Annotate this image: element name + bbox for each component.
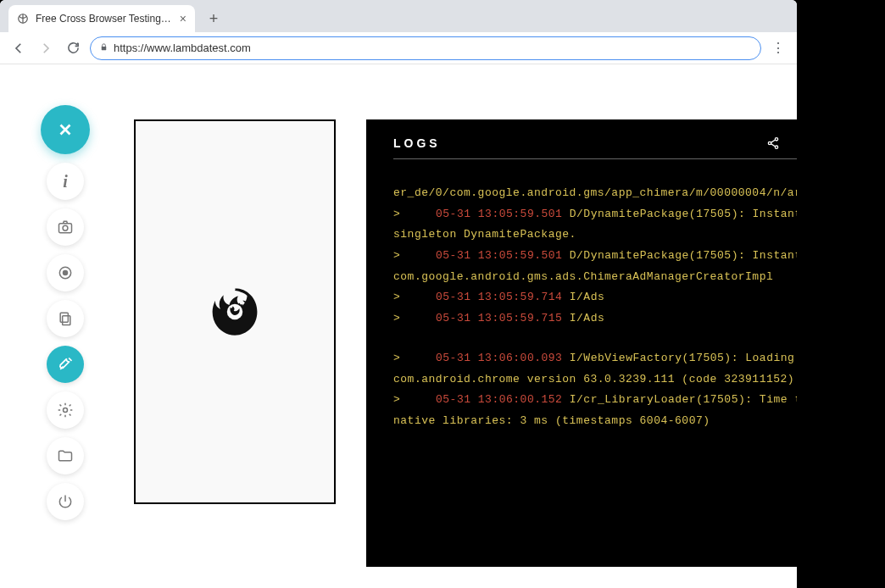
tab-title: Free Cross Browser Testing Clou bbox=[36, 13, 173, 25]
log-body: er_de/0/com.google.android.gms/app_chime… bbox=[393, 183, 797, 432]
svg-rect-6 bbox=[63, 316, 70, 325]
tab-strip: Free Cross Browser Testing Clou × + bbox=[0, 0, 797, 32]
log-line: >05-31 13:05:59.714 I/Ads bbox=[393, 287, 797, 308]
address-bar[interactable]: https://www.lambdatest.com bbox=[90, 36, 761, 60]
svg-rect-2 bbox=[59, 224, 72, 233]
split-icon[interactable] bbox=[795, 136, 797, 150]
log-line: >05-31 13:06:00.093 I/WebViewFactory(175… bbox=[393, 348, 797, 390]
lambdatest-favicon bbox=[17, 13, 29, 25]
logs-panel: LOGS er_de/0/com.google.andro bbox=[366, 119, 797, 567]
browser-tab[interactable]: Free Cross Browser Testing Clou × bbox=[8, 5, 195, 32]
browser-window: Free Cross Browser Testing Clou × + http… bbox=[0, 0, 797, 588]
logs-actions bbox=[766, 136, 797, 150]
svg-point-8 bbox=[64, 408, 68, 413]
lock-icon bbox=[99, 42, 109, 53]
device-frame bbox=[134, 119, 336, 504]
close-tab-icon[interactable]: × bbox=[180, 12, 186, 25]
log-line: >05-31 13:05:59.715 I/Ads bbox=[393, 308, 797, 330]
svg-point-3 bbox=[63, 225, 68, 230]
settings-button[interactable] bbox=[47, 391, 84, 429]
power-button[interactable] bbox=[47, 483, 84, 520]
share-icon[interactable] bbox=[766, 136, 780, 150]
logs-header: LOGS bbox=[393, 136, 797, 159]
new-tab-button[interactable]: + bbox=[202, 7, 225, 31]
reload-button[interactable] bbox=[63, 38, 83, 58]
forward-button[interactable] bbox=[36, 38, 56, 58]
page-viewport: i bbox=[0, 64, 797, 588]
back-button[interactable] bbox=[8, 38, 29, 58]
log-line: er_de/0/com.google.android.gms/app_chime… bbox=[393, 183, 797, 204]
svg-rect-1 bbox=[102, 47, 107, 50]
url-text: https://www.lambdatest.com bbox=[114, 42, 251, 54]
log-line: >05-31 13:05:59.501 D/DynamitePackage(17… bbox=[393, 204, 797, 246]
address-bar-row: https://www.lambdatest.com ⋮ bbox=[0, 32, 797, 64]
log-line: >05-31 13:06:00.152 I/cr_LibraryLoader(1… bbox=[393, 390, 797, 431]
info-button[interactable]: i bbox=[47, 163, 84, 200]
close-session-button[interactable] bbox=[41, 105, 90, 154]
devtools-button[interactable] bbox=[47, 346, 84, 383]
record-button[interactable] bbox=[47, 254, 84, 291]
more-menu-button[interactable]: ⋮ bbox=[768, 38, 788, 58]
session-toolbar: i bbox=[41, 105, 90, 520]
svg-rect-7 bbox=[60, 313, 68, 322]
firefox-icon bbox=[207, 284, 263, 340]
log-line: >05-31 13:05:59.501 D/DynamitePackage(17… bbox=[393, 246, 797, 287]
screenshot-button[interactable] bbox=[47, 208, 84, 246]
files-button[interactable] bbox=[47, 437, 84, 474]
copy-button[interactable] bbox=[47, 300, 84, 337]
svg-point-5 bbox=[64, 271, 68, 275]
logs-title: LOGS bbox=[393, 136, 441, 150]
